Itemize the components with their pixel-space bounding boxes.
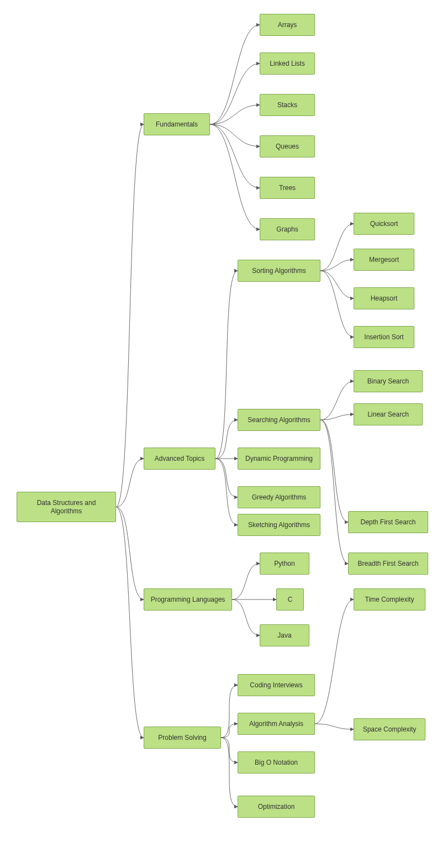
- node-dynprog: Dynamic Programming: [238, 448, 320, 470]
- node-trees: Trees: [260, 177, 315, 199]
- edge-problem-to-opt: [221, 738, 238, 807]
- node-queues: Queues: [260, 135, 315, 157]
- node-insertion: Insertion Sort: [354, 326, 414, 348]
- edge-adv-to-sketching: [215, 459, 238, 525]
- edge-problem-to-analysis: [221, 724, 238, 738]
- node-c: C: [276, 588, 304, 611]
- edge-searching-to-linear: [320, 414, 354, 420]
- edge-searching-to-binary: [320, 381, 354, 420]
- node-coding: Coding Interviews: [238, 674, 315, 696]
- node-mergesort: Mergesort: [354, 249, 414, 271]
- node-sketching: Sketching Algorithms: [238, 514, 320, 536]
- node-searching: Searching Algorithms: [238, 409, 320, 431]
- edge-problem-to-bigo: [221, 738, 238, 762]
- node-linear: Linear Search: [354, 403, 423, 425]
- node-sorting: Sorting Algorithms: [238, 260, 320, 282]
- node-heapsort: Heapsort: [354, 287, 414, 309]
- edge-proglang-to-python: [232, 564, 260, 599]
- node-opt: Optimization: [238, 796, 315, 818]
- node-bigo: Big O Notation: [238, 751, 315, 774]
- edge-searching-to-dfs: [320, 420, 348, 522]
- node-timec: Time Complexity: [354, 588, 425, 611]
- edge-sorting-to-insertion: [320, 271, 354, 337]
- node-python: Python: [260, 553, 309, 575]
- edge-searching-to-bfs: [320, 420, 348, 564]
- node-bfs: Breadth First Search: [348, 553, 428, 575]
- node-stacks: Stacks: [260, 94, 315, 116]
- node-problem: Problem Solving: [144, 727, 221, 749]
- node-arrays: Arrays: [260, 14, 315, 36]
- edge-root-to-proglang: [116, 507, 144, 600]
- edge-sorting-to-heapsort: [320, 271, 354, 298]
- edge-root-to-fund: [116, 124, 144, 507]
- node-quicksort: Quicksort: [354, 213, 414, 235]
- node-root: Data Structures and Algorithms: [17, 492, 116, 522]
- edge-root-to-adv: [116, 459, 144, 507]
- edge-analysis-to-spacec: [315, 724, 354, 729]
- edge-problem-to-coding: [221, 685, 238, 738]
- edge-fund-to-graphs: [210, 124, 260, 229]
- edge-fund-to-linked: [210, 64, 260, 124]
- node-binary: Binary Search: [354, 370, 423, 392]
- edge-fund-to-arrays: [210, 25, 260, 124]
- edge-root-to-problem: [116, 507, 144, 738]
- edge-sorting-to-quicksort: [320, 224, 354, 271]
- node-spacec: Space Complexity: [354, 718, 425, 740]
- node-java: Java: [260, 624, 309, 646]
- node-analysis: Algorithm Analysis: [238, 713, 315, 735]
- node-proglang: Programming Languages: [144, 588, 232, 611]
- edge-analysis-to-timec: [315, 599, 354, 724]
- node-fund: Fundamentals: [144, 113, 210, 135]
- node-greedy: Greedy Algorithms: [238, 486, 320, 508]
- edge-adv-to-searching: [215, 420, 238, 459]
- edge-adv-to-greedy: [215, 459, 238, 497]
- node-graphs: Graphs: [260, 218, 315, 240]
- node-dfs: Depth First Search: [348, 511, 428, 533]
- node-adv: Advanced Topics: [144, 448, 215, 470]
- edge-fund-to-stacks: [210, 105, 260, 124]
- edge-proglang-to-java: [232, 599, 260, 635]
- edge-fund-to-trees: [210, 124, 260, 188]
- node-linked: Linked Lists: [260, 52, 315, 75]
- edge-sorting-to-mergesort: [320, 260, 354, 271]
- edge-adv-to-sorting: [215, 271, 238, 459]
- edge-fund-to-queues: [210, 124, 260, 146]
